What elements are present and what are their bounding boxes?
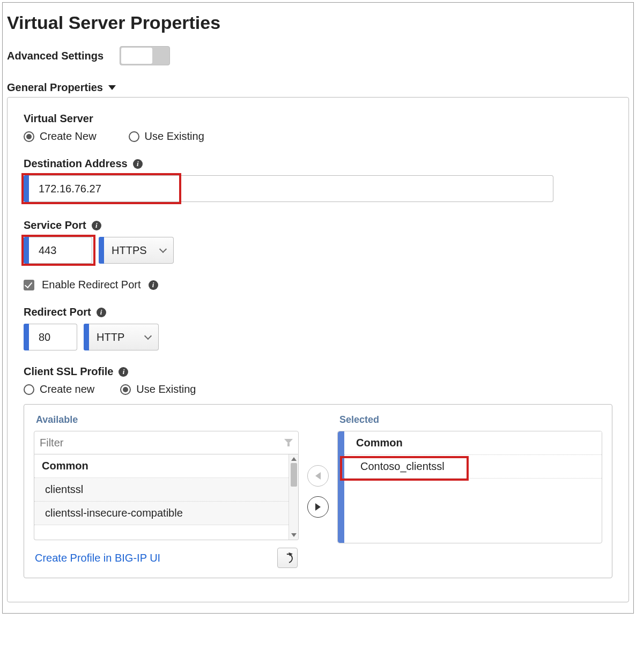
page-title: Virtual Server Properties — [7, 12, 629, 33]
available-title: Available — [34, 414, 299, 425]
info-icon[interactable]: i — [119, 367, 128, 377]
destination-address-label: Destination Address — [24, 158, 128, 170]
move-left-button[interactable] — [307, 465, 329, 487]
radio-use-existing[interactable]: Use Existing — [129, 130, 204, 143]
radio-icon — [129, 131, 139, 142]
refresh-icon — [283, 553, 292, 563]
arrow-right-icon — [315, 503, 321, 511]
selected-list[interactable]: Common Contoso_clientssl — [337, 431, 602, 543]
selected-title: Selected — [337, 414, 602, 425]
enable-redirect-label: Enable Redirect Port — [42, 279, 141, 291]
radio-create-new-label: Create New — [40, 130, 97, 143]
radio-ssl-create-new[interactable]: Create new — [24, 383, 94, 395]
redirect-port-label: Redirect Port — [24, 306, 91, 318]
list-item[interactable]: Contoso_clientssl — [344, 455, 602, 479]
client-ssl-profile-label: Client SSL Profile — [24, 365, 113, 378]
info-icon[interactable]: i — [92, 221, 101, 230]
filter-input[interactable] — [40, 437, 284, 449]
redirect-port-protocol-select[interactable]: HTTP — [89, 324, 159, 350]
destination-address-input[interactable] — [29, 175, 553, 202]
section-header-general[interactable]: General Properties — [7, 81, 629, 94]
chevron-down-icon — [144, 332, 152, 340]
list-item[interactable]: clientssl — [34, 478, 298, 502]
info-icon[interactable]: i — [97, 308, 106, 317]
radio-icon — [24, 384, 34, 395]
info-icon[interactable]: i — [149, 280, 158, 290]
list-item[interactable]: clientssl-insecure-compatible — [34, 502, 298, 525]
service-port-protocol-select[interactable]: HTTPS — [104, 237, 174, 264]
chevron-down-icon — [159, 245, 167, 253]
service-port-input[interactable] — [29, 237, 92, 264]
refresh-button[interactable] — [277, 548, 298, 568]
section-header-label: General Properties — [7, 81, 103, 94]
redirect-port-input[interactable] — [29, 324, 77, 350]
service-port-label: Service Port — [24, 219, 86, 232]
radio-ssl-use-existing-label: Use Existing — [136, 383, 196, 395]
chevron-down-icon — [108, 85, 116, 90]
radio-icon — [120, 384, 131, 395]
advanced-settings-toggle[interactable] — [120, 46, 170, 65]
list-group-header: Common — [344, 431, 602, 455]
arrow-left-icon — [315, 472, 321, 480]
create-profile-link[interactable]: Create Profile in BIG-IP UI — [35, 552, 160, 564]
move-right-button[interactable] — [307, 496, 329, 518]
info-icon[interactable]: i — [133, 159, 143, 169]
scrollbar[interactable] — [289, 454, 298, 540]
radio-icon — [24, 131, 34, 142]
advanced-settings-label: Advanced Settings — [7, 50, 103, 62]
radio-ssl-use-existing[interactable]: Use Existing — [120, 383, 196, 395]
virtual-server-label: Virtual Server — [24, 113, 612, 125]
select-value: HTTP — [97, 331, 124, 344]
dual-list-ssl-profiles: Available Common clientssl clientssl-ins… — [24, 404, 612, 578]
radio-ssl-create-new-label: Create new — [40, 383, 94, 395]
radio-create-new[interactable]: Create New — [24, 130, 97, 143]
radio-use-existing-label: Use Existing — [145, 130, 204, 143]
list-group-header: Common — [34, 454, 298, 478]
filter-icon[interactable] — [284, 438, 293, 447]
select-value: HTTPS — [112, 244, 147, 257]
enable-redirect-checkbox[interactable] — [24, 280, 34, 290]
available-list[interactable]: Common clientssl clientssl-insecure-comp… — [34, 454, 299, 540]
